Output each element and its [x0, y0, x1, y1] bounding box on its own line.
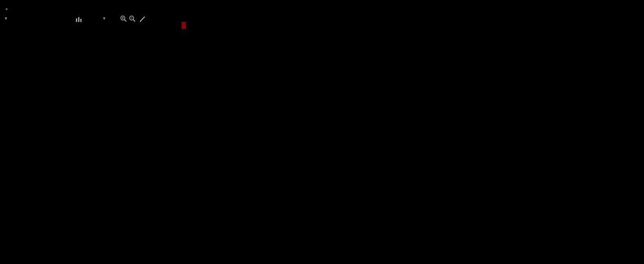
price-chart-canvas[interactable] — [0, 0, 644, 264]
charting-app-window: ▼ ▼ ▼ — [0, 0, 644, 264]
